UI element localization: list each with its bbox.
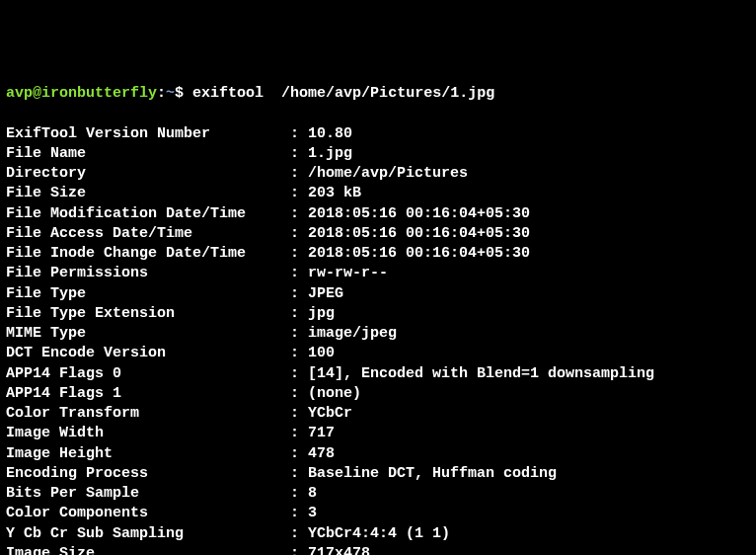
- exif-row: Image Height : 478: [6, 444, 750, 464]
- exif-row: File Name : 1.jpg: [6, 144, 750, 164]
- exif-row: Color Transform : YCbCr: [6, 404, 750, 424]
- exif-row: File Modification Date/Time : 2018:05:16…: [6, 204, 750, 224]
- exif-row: Image Size : 717x478: [6, 544, 750, 555]
- exif-row: File Inode Change Date/Time : 2018:05:16…: [6, 244, 750, 264]
- exif-row: ExifTool Version Number : 10.80: [6, 124, 750, 144]
- exif-row: File Size : 203 kB: [6, 184, 750, 203]
- exif-output: ExifTool Version Number : 10.80File Name…: [6, 124, 750, 556]
- exif-row: MIME Type : image/jpeg: [6, 324, 750, 344]
- exif-row: DCT Encode Version : 100: [6, 344, 750, 363]
- command-input: exiftool /home/avp/Pictures/1.jpg: [192, 85, 494, 102]
- exif-row: File Permissions : rw-rw-r--: [6, 264, 750, 283]
- command-line-1[interactable]: avp@ironbutterfly:~$ exiftool /home/avp/…: [6, 84, 750, 104]
- exif-row: File Access Date/Time : 2018:05:16 00:16…: [6, 224, 750, 244]
- exif-row: Y Cb Cr Sub Sampling : YCbCr4:4:4 (1 1): [6, 524, 750, 544]
- command-text: [184, 85, 192, 102]
- exif-row: Directory : /home/avp/Pictures: [6, 164, 750, 184]
- exif-row: Encoding Process : Baseline DCT, Huffman…: [6, 464, 750, 484]
- exif-row: APP14 Flags 0 : [14], Encoded with Blend…: [6, 364, 750, 384]
- exif-row: APP14 Flags 1 : (none): [6, 384, 750, 404]
- dollar-sign: $: [175, 85, 184, 102]
- exif-row: Color Components : 3: [6, 504, 750, 523]
- cwd-path: ~: [166, 85, 175, 102]
- exif-row: File Type Extension : jpg: [6, 304, 750, 324]
- exif-row: Image Width : 717: [6, 424, 750, 443]
- user-host: avp@ironbutterfly: [6, 85, 157, 102]
- colon: :: [157, 85, 166, 102]
- exif-row: File Type : JPEG: [6, 284, 750, 304]
- exif-row: Bits Per Sample : 8: [6, 484, 750, 504]
